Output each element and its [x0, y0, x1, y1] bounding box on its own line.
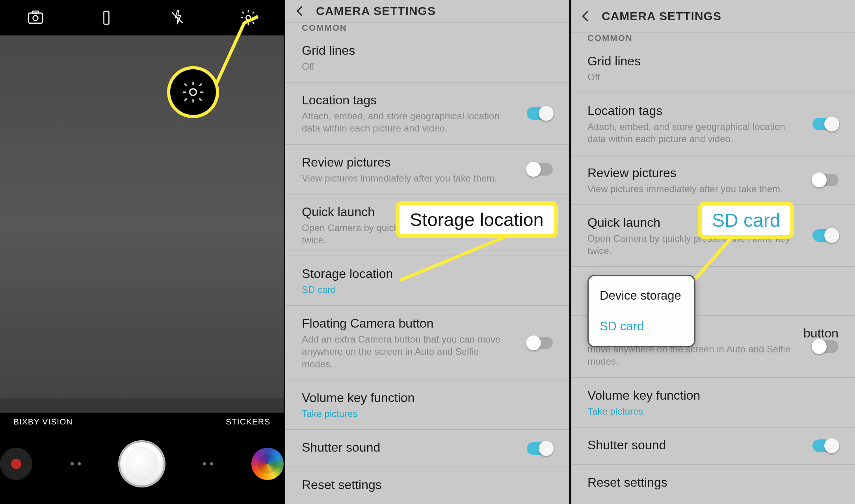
row-sub: Off	[587, 71, 792, 83]
row-review-pictures[interactable]: Review pictures View pictures immediatel…	[285, 145, 569, 195]
row-volume-key[interactable]: Volume key function Take pictures	[285, 380, 569, 430]
row-title: Location tags	[587, 104, 838, 118]
row-sub: View pictures immediately after you take…	[302, 172, 507, 184]
row-sub: SD card	[302, 284, 507, 296]
row-sub: Take pictures	[302, 408, 507, 420]
svg-rect-3	[104, 11, 109, 24]
row-sub: Take pictures	[587, 405, 792, 417]
gallery-thumbnail[interactable]	[251, 448, 284, 480]
back-icon[interactable]	[293, 4, 307, 18]
row-title: Floating Camera button	[302, 316, 553, 331]
svg-rect-2	[32, 11, 39, 13]
row-location-tags[interactable]: Location tags Attach, embed, and store g…	[571, 93, 855, 155]
row-title: Reset settings	[302, 478, 553, 492]
settings-pane-2: CAMERA SETTINGS COMMON Grid lines Off Lo…	[569, 0, 855, 504]
svg-point-6	[190, 89, 197, 96]
toggle-review-pictures[interactable]	[812, 174, 838, 186]
back-icon[interactable]	[579, 9, 593, 23]
stickers-button[interactable]: STICKERS	[226, 417, 270, 426]
callout-sd-card: SD card	[698, 202, 794, 239]
popup-device-storage[interactable]: Device storage	[600, 289, 683, 303]
row-location-tags[interactable]: Location tags Attach, embed, and store g…	[285, 83, 569, 145]
row-grid-lines[interactable]: Grid lines Off	[571, 44, 855, 93]
row-title: Shutter sound	[302, 440, 553, 455]
toggle-location-tags[interactable]	[812, 118, 838, 130]
row-review-pictures[interactable]: Review pictures View pictures immediatel…	[571, 156, 855, 205]
camera-app: BIXBY VISION STICKERS	[0, 0, 284, 504]
popup-sd-card[interactable]: SD card	[600, 319, 683, 334]
row-title: Review pictures	[302, 155, 553, 170]
toggle-review-pictures[interactable]	[527, 163, 553, 176]
svg-point-1	[33, 16, 38, 21]
callout-text: SD card	[712, 209, 780, 231]
svg-point-5	[246, 15, 251, 20]
row-volume-key[interactable]: Volume key function Take pictures	[571, 378, 855, 428]
settings-header: CAMERA SETTINGS	[285, 0, 569, 23]
toggle-shutter-sound[interactable]	[527, 442, 553, 455]
row-title: Volume key function	[587, 388, 838, 403]
toggle-shutter-sound[interactable]	[812, 439, 838, 452]
row-sub: View pictures immediately after you take…	[587, 183, 792, 195]
toggle-floating-camera[interactable]	[812, 340, 838, 353]
row-shutter-sound[interactable]: Shutter sound	[571, 428, 855, 465]
row-sub: Attach, embed, and store geographical lo…	[587, 120, 792, 145]
camera-viewfinder[interactable]	[0, 35, 284, 413]
callout-text: Storage location	[410, 209, 544, 230]
row-title: Location tags	[302, 93, 553, 107]
row-title: Grid lines	[587, 54, 838, 69]
toggle-floating-camera[interactable]	[527, 337, 553, 349]
row-sub: Add an extra Camera button that you can …	[302, 333, 507, 370]
row-reset-settings[interactable]: Reset settings	[571, 465, 855, 502]
mode-dots-right	[196, 462, 220, 465]
bixby-vision-button[interactable]: BIXBY VISION	[13, 417, 73, 426]
row-title: Storage location	[302, 267, 553, 281]
record-button[interactable]	[0, 448, 32, 480]
row-title: Shutter sound	[587, 438, 838, 452]
flash-off-icon[interactable]	[165, 6, 189, 30]
toggle-location-tags[interactable]	[527, 107, 553, 120]
svg-rect-0	[28, 13, 43, 23]
row-title: Volume key function	[302, 391, 553, 405]
callout-storage-location: Storage location	[396, 201, 558, 238]
gear-icon[interactable]	[236, 6, 260, 30]
storage-popup: Device storage SD card	[587, 275, 695, 347]
row-sub: Attach, embed, and store geographical lo…	[302, 110, 507, 134]
settings-header: CAMERA SETTINGS	[571, 0, 855, 33]
row-title: Reset settings	[587, 475, 838, 490]
section-common: COMMON	[285, 23, 569, 33]
row-reset-settings[interactable]: Reset settings	[285, 467, 569, 504]
row-shutter-sound[interactable]: Shutter sound	[285, 430, 569, 467]
photo-size-icon[interactable]	[24, 6, 47, 30]
mode-dots-left	[64, 462, 87, 465]
gear-highlight	[170, 69, 216, 115]
settings-title: CAMERA SETTINGS	[602, 9, 721, 23]
toggle-quick-launch[interactable]	[812, 229, 838, 242]
row-title: Review pictures	[587, 166, 838, 180]
settings-pane-1: CAMERA SETTINGS COMMON Grid lines Off Lo…	[284, 0, 569, 504]
row-floating-camera[interactable]: Floating Camera button Add an extra Came…	[285, 306, 569, 380]
row-sub: Off	[302, 60, 507, 72]
row-grid-lines[interactable]: Grid lines Off	[285, 33, 569, 83]
camera-topbar	[0, 0, 284, 35]
fullscreen-icon[interactable]	[95, 6, 118, 30]
shutter-button[interactable]	[119, 441, 165, 487]
row-storage-location[interactable]: Storage location SD card	[285, 256, 569, 306]
row-title: Grid lines	[302, 43, 553, 58]
section-common: COMMON	[571, 33, 855, 44]
settings-title: CAMERA SETTINGS	[316, 4, 436, 18]
